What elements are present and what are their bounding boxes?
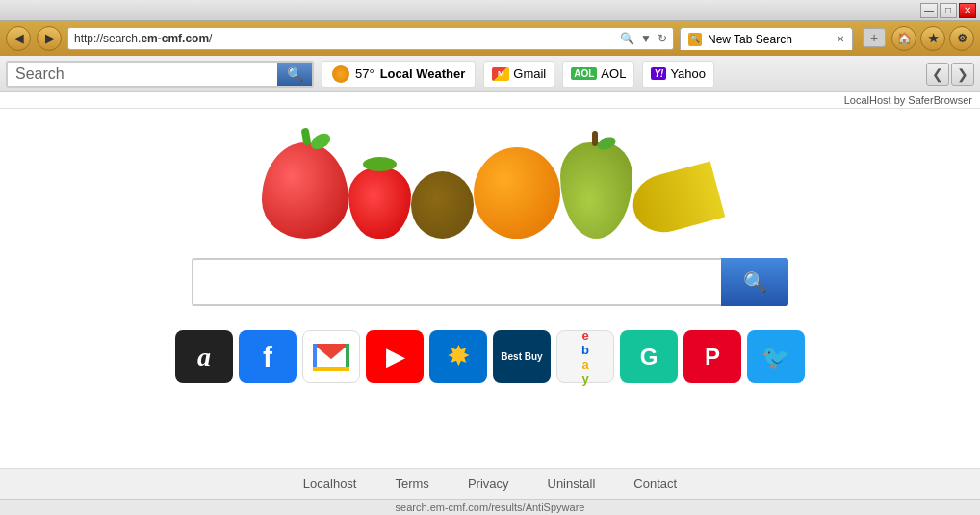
forward-button[interactable]: ▶ xyxy=(37,26,62,51)
toolbar-search-box[interactable]: 🔍 xyxy=(6,61,314,88)
main-search-area: 🔍 xyxy=(192,258,788,306)
address-bar[interactable]: http://search.em-cmf.com/ 🔍 ▼ ↻ xyxy=(67,27,674,50)
status-bar: search.em-cmf.com/results/AntiSpyware xyxy=(0,499,980,515)
fruit-logo xyxy=(262,118,719,244)
walmart-icon[interactable]: ✸ xyxy=(429,330,487,383)
settings-button[interactable]: ⚙ xyxy=(949,26,974,51)
weather-icon xyxy=(332,65,349,83)
tab-favicon: 🔍 xyxy=(688,33,702,46)
fruit-orange xyxy=(474,147,560,239)
search-icon[interactable]: 🔍 xyxy=(620,32,634,45)
toolbar-search-button[interactable]: 🔍 xyxy=(277,63,312,86)
gmail-icon: M xyxy=(492,67,509,81)
gmail-button[interactable]: M Gmail xyxy=(483,61,554,88)
new-tab-button[interactable]: + xyxy=(863,28,886,47)
close-button[interactable]: ✕ xyxy=(959,3,976,18)
dropdown-icon[interactable]: ▼ xyxy=(640,32,652,45)
yahoo-badge: Y! xyxy=(651,67,666,80)
localhost-link[interactable]: Localhost xyxy=(303,476,357,491)
aol-badge: AOL xyxy=(571,67,597,80)
refresh-icon[interactable]: ↻ xyxy=(658,32,667,45)
fruit-kiwi xyxy=(411,171,474,239)
pinterest-icon[interactable]: P xyxy=(683,330,741,383)
scroll-right-button[interactable]: ❯ xyxy=(951,63,974,86)
aol-button[interactable]: AOL AOL xyxy=(562,61,634,88)
footer: Localhost Terms Privacy Uninstall Contac… xyxy=(0,468,980,499)
contact-link[interactable]: Contact xyxy=(633,476,677,491)
main-search-button[interactable]: 🔍 xyxy=(721,258,788,306)
scroll-left-button[interactable]: ❮ xyxy=(926,63,949,86)
address-icons: 🔍 ▼ ↻ xyxy=(620,32,667,45)
svg-rect-5 xyxy=(313,367,349,371)
toolbar-nav-arrows: ❮ ❯ xyxy=(926,63,974,86)
grammarly-icon[interactable]: G xyxy=(620,330,678,383)
main-content: 🔍 a f ▶ ✸ Best Buy ebay xyxy=(0,109,980,468)
weather-label: Local Weather xyxy=(380,66,466,81)
url-display: http://search.em-cmf.com/ xyxy=(74,32,616,45)
title-bar: — □ ✕ xyxy=(0,0,980,21)
status-text: search.em-cmf.com/results/AntiSpyware xyxy=(396,502,585,513)
fruit-strawberry xyxy=(348,167,411,239)
ebay-icon[interactable]: ebay xyxy=(556,330,614,383)
youtube-icon[interactable]: ▶ xyxy=(366,330,424,383)
minimize-button[interactable]: — xyxy=(920,3,938,18)
fruit-apple xyxy=(262,142,348,239)
main-search-icon: 🔍 xyxy=(743,270,767,294)
toolbar-search-input[interactable] xyxy=(8,65,277,83)
twitter-icon[interactable]: 🐦 xyxy=(747,330,805,383)
gmail-app-icon[interactable] xyxy=(302,330,360,383)
bestbuy-icon[interactable]: Best Buy xyxy=(493,330,551,383)
aol-label: AOL xyxy=(601,66,626,81)
svg-rect-4 xyxy=(346,344,349,371)
tab-label: New Tab Search xyxy=(708,33,792,46)
localhost-text: LocalHost by SaferBrowser xyxy=(844,94,972,106)
facebook-icon[interactable]: f xyxy=(239,330,297,383)
main-search-input[interactable] xyxy=(192,258,721,306)
svg-rect-3 xyxy=(313,344,317,371)
amazon-icon[interactable]: a xyxy=(175,330,233,383)
uninstall-link[interactable]: Uninstall xyxy=(548,476,596,491)
yahoo-label: Yahoo xyxy=(670,66,706,81)
privacy-link[interactable]: Privacy xyxy=(468,476,509,491)
back-button[interactable]: ◀ xyxy=(6,26,31,51)
fruit-pear xyxy=(560,142,632,239)
home-button[interactable]: 🏠 xyxy=(891,26,916,51)
browser-chrome: ◀ ▶ http://search.em-cmf.com/ 🔍 ▼ ↻ 🔍 Ne… xyxy=(0,21,980,56)
toolbar: 🔍 57° Local Weather M Gmail AOL AOL Y! Y… xyxy=(0,56,980,92)
app-icons-row: a f ▶ ✸ Best Buy ebay G P 🐦 xyxy=(175,330,805,383)
maximize-button[interactable]: □ xyxy=(940,3,957,18)
terms-link[interactable]: Terms xyxy=(395,476,428,491)
weather-widget[interactable]: 57° Local Weather xyxy=(322,61,476,88)
fruit-banana xyxy=(626,161,724,239)
localhost-bar: LocalHost by SaferBrowser xyxy=(0,92,980,109)
favorites-button[interactable]: ★ xyxy=(920,26,945,51)
gmail-label: Gmail xyxy=(513,66,546,81)
weather-temp: 57° xyxy=(355,66,374,81)
yahoo-button[interactable]: Y! Yahoo xyxy=(642,61,714,88)
active-tab[interactable]: 🔍 New Tab Search ✕ xyxy=(680,27,853,50)
tab-close-button[interactable]: ✕ xyxy=(837,34,844,44)
